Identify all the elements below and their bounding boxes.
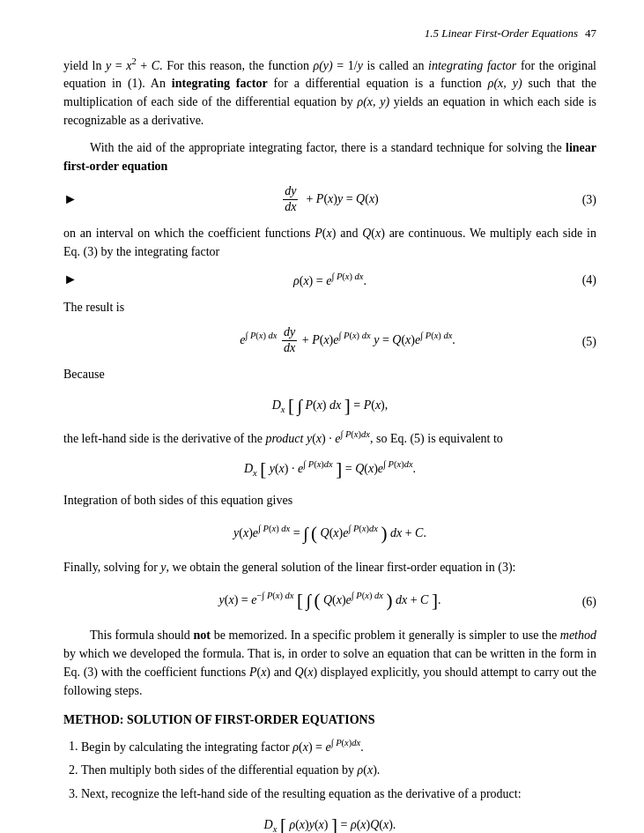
page-header: 1.5 Linear First-Order Equations 47 <box>63 25 596 42</box>
intro-paragraph: yield ln y = x2 + C. For this reason, th… <box>63 55 596 130</box>
equation-4: ρ(x) = e∫ P(x) dx. <box>293 270 366 290</box>
because-label: Because <box>63 365 596 383</box>
product-equation: Dx [ y(x) · e∫ P(x)dx ] = Q(x)e∫ P(x)dx. <box>63 456 596 484</box>
equation-4-row: ► ρ(x) = e∫ P(x) dx. (4) <box>63 270 596 290</box>
equation-3: dy dx + P(x)y = Q(x) <box>281 184 379 215</box>
method-step-3: Next, recognize the left-hand side of th… <box>81 785 596 803</box>
eq-label-3: (3) <box>582 190 596 209</box>
eq-label-5: (5) <box>582 331 596 350</box>
section-title: 1.5 Linear First-Order Equations <box>425 25 578 42</box>
method-steps: Begin by calculating the integrating fac… <box>81 736 596 804</box>
method-step-1: Begin by calculating the integrating fac… <box>81 736 596 756</box>
result-is: The result is <box>63 298 596 316</box>
eq-label-4: (4) <box>582 271 596 289</box>
integration-equation: y(x)e∫ P(x) dx = ∫ ( Q(x)e∫ P(x)dx ) dx … <box>63 520 596 548</box>
integration-paragraph: Integration of both sides of this equati… <box>63 491 596 509</box>
arrow-marker-4: ► <box>63 269 78 290</box>
product-derivative-formula: Dx [ ρ(x)y(x) ] = ρ(x)Q(x). <box>63 812 596 833</box>
because-equation: Dx [ ∫ P(x) dx ] = P(x), <box>63 392 596 420</box>
technique-paragraph: With the aid of the appropriate integrat… <box>63 138 596 175</box>
equation-3-row: ► dy dx + P(x)y = Q(x) (3) <box>63 184 596 215</box>
formula-note: This formula should not be memorized. In… <box>63 626 596 700</box>
solving-paragraph: Finally, solving for y, we obtain the ge… <box>63 558 596 576</box>
eq-label-6: (6) <box>582 591 596 610</box>
lhs-paragraph: the left-hand side is the derivative of … <box>63 428 596 448</box>
page-number: 47 <box>585 25 596 42</box>
method-step-2: Then multiply both sides of the differen… <box>81 761 596 779</box>
method-title: METHOD: SOLUTION OF FIRST-ORDER EQUATION… <box>63 710 596 729</box>
interval-paragraph: on an interval on which the coefficient … <box>63 224 596 261</box>
arrow-marker-3: ► <box>63 189 78 210</box>
equation-6-row: y(x) = e−∫ P(x) dx [ ∫ ( Q(x)e∫ P(x) dx … <box>63 587 596 615</box>
equation-5: e∫ P(x) dx dy dx + P(x)e∫ P(x) dx y = Q(… <box>240 325 455 356</box>
equation-5-row: e∫ P(x) dx dy dx + P(x)e∫ P(x) dx y = Q(… <box>63 325 596 356</box>
equation-6: y(x) = e−∫ P(x) dx [ ∫ ( Q(x)e∫ P(x) dx … <box>219 587 441 615</box>
